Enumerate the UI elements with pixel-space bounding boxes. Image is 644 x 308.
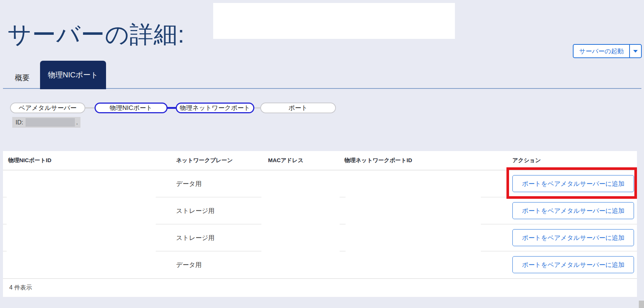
network-plane-cell: データ用: [176, 170, 202, 197]
column-header-physical-network-port-id: 物理ネットワークポートID: [344, 151, 412, 170]
network-plane-cell: データ用: [176, 251, 202, 278]
flow-node-bare-metal-server[interactable]: ベアメタルサーバー: [10, 103, 85, 113]
add-port-button[interactable]: ポートをベアメタルサーバーに追加: [512, 229, 634, 246]
network-plane-cell: ストレージ用: [176, 224, 215, 251]
id-suffix: .: [76, 119, 77, 126]
physical-nic-port-table: 物理NICポートID ネットワークプレーン MACアドレス 物理ネットワークポー…: [3, 151, 637, 297]
launch-server-button[interactable]: サーバーの起動: [574, 45, 629, 57]
flow-node-physical-network-port[interactable]: 物理ネットワークポート: [176, 103, 254, 113]
column-header-mac-address: MACアドレス: [268, 151, 304, 170]
flow-node-port[interactable]: ポート: [260, 103, 336, 113]
table-row: ストレージ用 ポートをベアメタルサーバーに追加: [3, 224, 637, 251]
table-row: ストレージ用 ポートをベアメタルサーバーに追加: [3, 197, 637, 224]
column-header-actions: アクション: [512, 151, 541, 170]
flow-connector: [85, 107, 95, 108]
chevron-down-icon: [633, 50, 638, 53]
table-row: データ用 ポートをベアメタルサーバーに追加: [3, 170, 637, 197]
scrollbar-thumb[interactable]: [639, 301, 644, 308]
tab-overview[interactable]: 概要: [9, 67, 36, 88]
launch-server-dropdown-toggle[interactable]: [629, 45, 641, 57]
table-footer: 4 件表示: [3, 278, 637, 297]
flow-connector: [254, 107, 261, 108]
add-port-button[interactable]: ポートをベアメタルサーバーに追加: [512, 256, 634, 273]
server-name-redaction: [213, 3, 455, 39]
network-plane-cell: ストレージ用: [176, 197, 215, 224]
flow-connector-highlighted: [167, 107, 176, 109]
id-redacted-value: [26, 118, 75, 127]
launch-server-split-button[interactable]: サーバーの起動: [573, 44, 642, 58]
table-header-row: 物理NICポートID ネットワークプレーン MACアドレス 物理ネットワークポー…: [3, 151, 637, 170]
flow-node-physical-nic-port[interactable]: 物理NICポート: [95, 103, 168, 113]
item-count: 4 件表示: [9, 284, 32, 292]
tab-physical-nic-port[interactable]: 物理NICポート: [40, 61, 106, 89]
add-port-button[interactable]: ポートをベアメタルサーバーに追加: [512, 175, 634, 192]
table-row: データ用 ポートをベアメタルサーバーに追加: [3, 251, 637, 278]
add-port-button[interactable]: ポートをベアメタルサーバーに追加: [512, 202, 634, 219]
id-badge: ID: .: [12, 117, 80, 128]
id-label: ID:: [16, 119, 23, 126]
page-title: サーバーの詳細:: [7, 16, 185, 53]
column-header-network-plane: ネットワークプレーン: [176, 151, 233, 170]
column-header-physical-nic-port-id: 物理NICポートID: [8, 151, 52, 170]
